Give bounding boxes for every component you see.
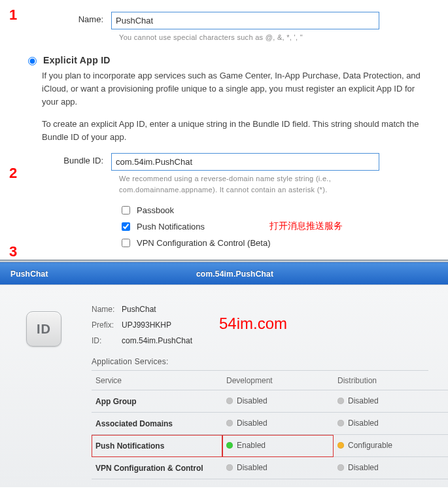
explicit-appid-radio[interactable] <box>28 57 37 65</box>
push-notifications-label: Push Notifications <box>137 222 205 231</box>
bundle-label: Bundle ID: <box>20 153 111 165</box>
bundle-row: Bundle ID: <box>20 153 428 171</box>
passbook-label: Passbook <box>137 205 174 215</box>
service-dist-status: Configurable <box>334 435 448 457</box>
service-dev-status: Enabled <box>222 435 334 457</box>
status-dot-icon <box>226 398 233 404</box>
status-dot-icon <box>226 442 233 449</box>
step-marker-2: 2 <box>9 165 17 182</box>
status-dot-icon <box>337 442 344 449</box>
meta-id-value: com.54im.PushChat <box>122 336 192 345</box>
checkbox-row-passbook[interactable]: Passbook <box>119 204 428 216</box>
watermark-text: 54im.com <box>219 315 287 333</box>
vpn-checkbox[interactable] <box>122 239 130 247</box>
meta-prefix-key: Prefix: <box>92 320 122 330</box>
explicit-desc-1: If you plan to incorporate app services … <box>42 69 428 109</box>
service-name: App Group <box>92 390 222 413</box>
service-name: Associated Domains <box>92 413 222 435</box>
service-dev-status: Disabled <box>222 413 334 435</box>
bundle-hint: We recommend using a reverse-domain name… <box>119 173 387 195</box>
col-distribution: Distribution <box>334 371 448 390</box>
name-row: Name: <box>20 12 428 29</box>
explicit-appid-title: Explicit App ID <box>43 55 111 65</box>
appid-header-bundle: com.54im.PushChat <box>196 269 448 279</box>
push-annotation: 打开消息推送服务 <box>269 220 343 232</box>
meta-name-key: Name: <box>92 305 122 314</box>
service-dev-status: Disabled <box>222 390 334 413</box>
push-notifications-checkbox[interactable] <box>122 222 130 231</box>
status-dot-icon <box>337 420 344 426</box>
table-row: Push NotificationsEnabledConfigurable <box>92 435 448 457</box>
step-marker-3: 3 <box>9 243 17 260</box>
appid-header-name: PushChat <box>0 269 196 279</box>
services-table: Service Development Distribution App Gro… <box>92 371 448 479</box>
status-dot-icon <box>226 420 233 426</box>
meta-prefix-value: UPJ993HKHP <box>122 320 171 330</box>
explicit-desc-2: To create an explicit App ID, enter a un… <box>42 118 428 144</box>
service-name: Push Notifications <box>92 435 222 457</box>
table-row: Associated DomainsDisabledDisabled <box>92 413 448 435</box>
service-name: VPN Configuration & Control <box>92 457 222 479</box>
bundle-id-input[interactable] <box>111 153 379 171</box>
name-hint: You cannot use special characters such a… <box>119 32 387 43</box>
passbook-checkbox[interactable] <box>122 206 130 214</box>
vpn-label: VPN Configuration & Control (Beta) <box>137 238 270 248</box>
appid-details-panel: ID 54im.com Name: PushChat Prefix: UPJ99… <box>0 284 448 487</box>
service-dev-status: Disabled <box>222 457 334 479</box>
status-dot-icon <box>226 464 233 471</box>
table-row: VPN Configuration & ControlDisabledDisab… <box>92 457 448 479</box>
status-dot-icon <box>337 398 344 404</box>
service-dist-status: Disabled <box>334 457 448 479</box>
meta-name-value: PushChat <box>122 305 156 314</box>
col-service: Service <box>92 371 222 390</box>
checkbox-row-push[interactable]: Push Notifications 打开消息推送服务 <box>119 220 428 233</box>
col-development: Development <box>222 371 334 390</box>
appid-header-bar: PushChat com.54im.PushChat <box>0 262 448 284</box>
name-label: Name: <box>20 12 111 24</box>
id-badge-icon: ID <box>26 311 61 347</box>
table-row: App GroupDisabledDisabled <box>92 390 448 413</box>
meta-id-key: ID: <box>92 336 122 345</box>
step-marker-1: 1 <box>9 7 17 24</box>
status-dot-icon <box>337 464 344 471</box>
explicit-appid-radio-row[interactable]: Explicit App ID <box>25 55 428 65</box>
name-input[interactable] <box>111 12 379 29</box>
service-dist-status: Disabled <box>334 413 448 435</box>
checkbox-row-vpn[interactable]: VPN Configuration & Control (Beta) <box>119 237 428 249</box>
service-dist-status: Disabled <box>334 390 448 413</box>
services-title: Application Services: <box>92 357 428 371</box>
